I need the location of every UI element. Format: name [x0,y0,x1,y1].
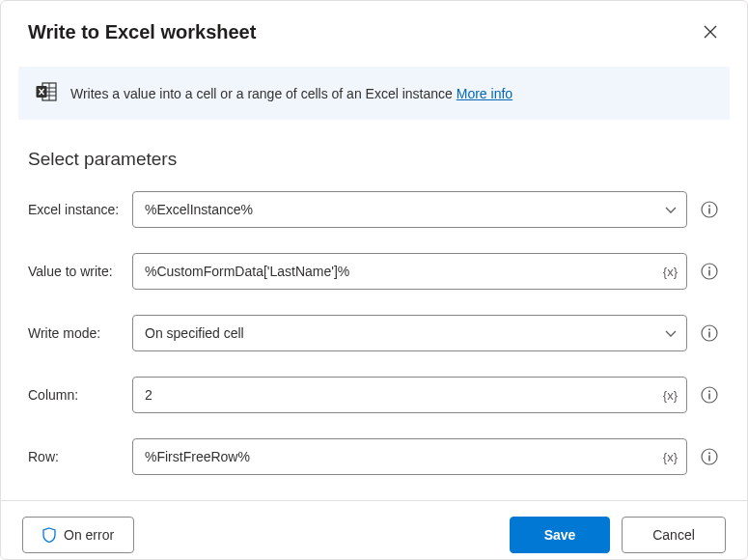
info-icon [701,448,718,465]
close-button[interactable] [695,16,726,47]
value-to-write-row: Value to write: {x} [28,253,720,290]
value-to-write-info[interactable] [699,261,720,282]
column-info[interactable] [699,384,720,406]
excel-icon [36,82,57,104]
variable-picker-icon[interactable]: {x} [663,265,678,279]
svg-point-10 [708,266,710,268]
excel-instance-label: Excel instance: [28,202,121,217]
excel-instance-select[interactable]: %ExcelInstance% [132,191,687,228]
on-error-button[interactable]: On error [22,517,134,553]
column-row: Column: {x} [28,377,720,413]
svg-rect-11 [708,270,710,276]
description-text: Writes a value into a cell or a range of… [70,86,513,101]
write-to-excel-dialog: Write to Excel worksheet Writes a value … [0,0,748,560]
dialog-footer: On error Save Cancel [1,500,747,560]
footer-actions: Save Cancel [510,517,726,553]
svg-point-16 [708,390,710,392]
shield-icon [42,527,56,543]
row-label: Row: [28,449,121,464]
svg-rect-20 [708,456,710,462]
variable-picker-icon[interactable]: {x} [663,388,678,403]
row-input[interactable] [132,438,687,475]
column-label: Column: [28,387,121,403]
save-button[interactable]: Save [510,517,610,553]
info-icon [701,386,718,404]
dialog-header: Write to Excel worksheet [1,1,747,51]
excel-instance-info[interactable] [699,199,720,220]
info-icon [701,201,718,218]
value-to-write-input[interactable] [132,253,687,290]
row-info[interactable] [699,446,720,467]
description-bar: Writes a value into a cell or a range of… [18,67,730,120]
svg-rect-14 [708,332,710,338]
write-mode-label: Write mode: [28,325,121,341]
svg-rect-8 [708,209,710,214]
value-to-write-label: Value to write: [28,264,121,279]
svg-point-19 [708,452,710,454]
excel-instance-row: Excel instance: %ExcelInstance% [28,191,720,228]
write-mode-info[interactable] [699,322,720,344]
info-icon [701,263,718,280]
more-info-link[interactable]: More info [457,86,513,101]
cancel-button[interactable]: Cancel [622,517,726,553]
svg-point-7 [708,205,710,207]
column-input[interactable] [132,377,687,413]
info-icon [701,324,718,342]
svg-point-13 [708,328,710,330]
row-row: Row: {x} [28,438,720,475]
parameters-section: Select parameters Excel instance: %Excel… [1,120,747,500]
close-icon [704,25,717,39]
svg-rect-17 [708,394,710,400]
variable-picker-icon[interactable]: {x} [663,450,678,464]
dialog-title: Write to Excel worksheet [28,21,256,43]
write-mode-row: Write mode: On specified cell [28,315,720,351]
section-title: Select parameters [28,149,720,170]
write-mode-select[interactable]: On specified cell [132,315,687,351]
